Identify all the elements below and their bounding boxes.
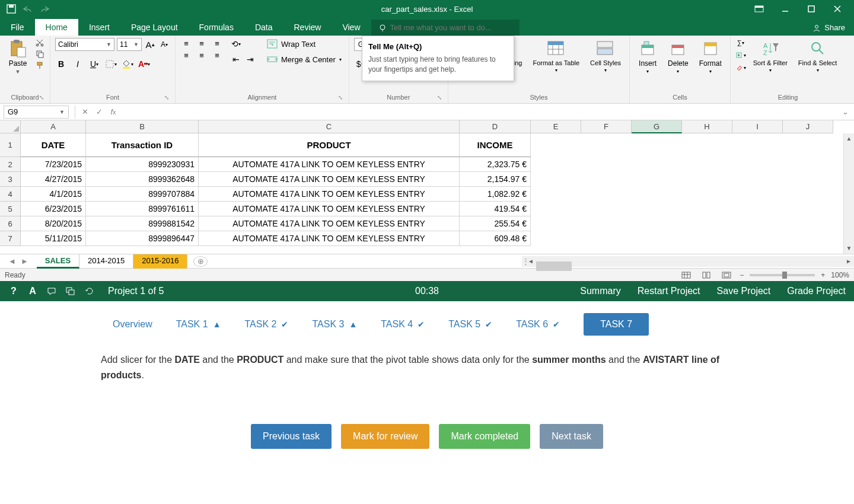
sheet-tab[interactable]: SALES bbox=[37, 254, 79, 269]
tab-data[interactable]: Data bbox=[244, 19, 283, 36]
border-icon[interactable]: ▾ bbox=[105, 58, 117, 70]
format-painter-icon[interactable] bbox=[34, 60, 45, 70]
page-break-view-icon[interactable] bbox=[719, 270, 734, 280]
cell[interactable] bbox=[581, 202, 632, 216]
cell[interactable]: 609.48 € bbox=[460, 231, 531, 246]
close-icon[interactable] bbox=[830, 3, 845, 15]
text-icon[interactable]: A bbox=[27, 286, 38, 296]
cell[interactable] bbox=[732, 202, 783, 216]
cell[interactable]: 4/1/2015 bbox=[21, 187, 86, 202]
italic-button[interactable]: I bbox=[72, 58, 84, 70]
font-size-select[interactable]: 11▼ bbox=[117, 38, 142, 51]
column-header[interactable]: H bbox=[682, 120, 732, 133]
cell[interactable]: AUTOMATE 417A LINK TO OEM KEYLESS ENTRY bbox=[199, 202, 460, 216]
sheet-nav-next-icon[interactable]: ► bbox=[21, 257, 28, 266]
align-middle-icon[interactable]: ≡ bbox=[196, 38, 208, 49]
cell[interactable] bbox=[581, 133, 632, 157]
maximize-icon[interactable] bbox=[804, 3, 819, 15]
cell[interactable]: 7/23/2015 bbox=[21, 157, 86, 172]
tab-home[interactable]: Home bbox=[35, 19, 78, 36]
decrease-indent-icon[interactable]: ⇤ bbox=[230, 53, 242, 65]
sheet-tab[interactable]: 2015-2016 bbox=[133, 254, 187, 269]
cell[interactable] bbox=[682, 231, 732, 246]
cell[interactable]: PRODUCT bbox=[199, 133, 460, 157]
column-header[interactable]: B bbox=[86, 120, 199, 133]
cell[interactable] bbox=[732, 133, 783, 157]
dialog-launcher-icon[interactable]: ⤡ bbox=[437, 94, 442, 101]
cell[interactable] bbox=[732, 172, 783, 187]
insert-cells-button[interactable]: Insert▾ bbox=[635, 38, 661, 75]
cell[interactable]: 8999881542 bbox=[86, 216, 199, 231]
zoom-in-button[interactable]: + bbox=[821, 271, 825, 279]
cell[interactable] bbox=[632, 172, 682, 187]
minimize-icon[interactable] bbox=[777, 3, 793, 15]
row-header[interactable]: 2 bbox=[0, 157, 21, 172]
horizontal-scrollbar[interactable]: ⋮ ◄ ► bbox=[522, 256, 854, 267]
cell[interactable]: 5/11/2015 bbox=[21, 231, 86, 246]
column-header[interactable]: F bbox=[581, 120, 632, 133]
cell[interactable]: AUTOMATE 417A LINK TO OEM KEYLESS ENTRY bbox=[199, 231, 460, 246]
row-header[interactable]: 4 bbox=[0, 187, 21, 202]
refresh-icon[interactable] bbox=[84, 286, 95, 296]
orientation-icon[interactable]: ⟲▾ bbox=[230, 38, 242, 50]
font-name-select[interactable]: Calibri▼ bbox=[55, 38, 114, 51]
cell[interactable] bbox=[783, 216, 833, 231]
column-header[interactable]: A bbox=[21, 120, 86, 133]
cell[interactable] bbox=[783, 157, 833, 172]
cell[interactable] bbox=[682, 172, 732, 187]
cell[interactable]: AUTOMATE 417A LINK TO OEM KEYLESS ENTRY bbox=[199, 157, 460, 172]
cell[interactable] bbox=[732, 216, 783, 231]
redo-icon[interactable] bbox=[39, 4, 50, 14]
zoom-slider[interactable] bbox=[750, 274, 815, 276]
cell[interactable]: 419.54 € bbox=[460, 202, 531, 216]
align-left-icon[interactable]: ≡ bbox=[180, 50, 192, 60]
comment-icon[interactable] bbox=[46, 286, 57, 296]
tell-me-input[interactable] bbox=[390, 23, 509, 32]
sort-filter-button[interactable]: AZSort & Filter ▾ bbox=[750, 38, 791, 74]
dialog-launcher-icon[interactable]: ⤡ bbox=[39, 94, 44, 101]
vertical-scrollbar[interactable]: ▲ ▼ bbox=[843, 133, 854, 254]
clear-icon[interactable]: ▾ bbox=[735, 63, 746, 72]
cell[interactable]: AUTOMATE 417A LINK TO OEM KEYLESS ENTRY bbox=[199, 172, 460, 187]
dialog-launcher-icon[interactable]: ⤡ bbox=[164, 94, 169, 101]
cell[interactable]: 8999230931 bbox=[86, 157, 199, 172]
cell[interactable] bbox=[682, 157, 732, 172]
font-color-icon[interactable]: A▾ bbox=[138, 58, 150, 70]
enter-formula-icon[interactable]: ✓ bbox=[92, 106, 106, 119]
cell-styles-button[interactable]: Cell Styles ▾ bbox=[587, 38, 624, 74]
paste-button[interactable]: Paste ▼ bbox=[5, 38, 31, 76]
select-all-corner[interactable] bbox=[0, 120, 21, 133]
decrease-font-icon[interactable]: A▾ bbox=[158, 39, 170, 50]
cell[interactable] bbox=[581, 187, 632, 202]
cell[interactable] bbox=[632, 133, 682, 157]
cell[interactable] bbox=[783, 172, 833, 187]
merge-center-button[interactable]: Merge & Center ▾ bbox=[265, 53, 344, 65]
tab-formulas[interactable]: Formulas bbox=[189, 19, 244, 36]
cell[interactable]: 255.54 € bbox=[460, 216, 531, 231]
cell[interactable]: DATE bbox=[21, 133, 86, 157]
tab-view[interactable]: View bbox=[332, 19, 371, 36]
align-top-icon[interactable]: ≡ bbox=[180, 38, 192, 49]
column-header[interactable]: J bbox=[783, 120, 833, 133]
zoom-level[interactable]: 100% bbox=[831, 271, 849, 279]
tell-me-box[interactable] bbox=[371, 20, 520, 36]
cell[interactable] bbox=[531, 172, 581, 187]
help-icon[interactable]: ? bbox=[8, 286, 19, 296]
cell[interactable]: 2,154.97 € bbox=[460, 172, 531, 187]
fx-icon[interactable]: fx bbox=[106, 106, 120, 119]
cell[interactable]: 6/23/2015 bbox=[21, 202, 86, 216]
tab-file[interactable]: File bbox=[0, 19, 35, 36]
windows-icon[interactable] bbox=[65, 286, 76, 296]
row-header[interactable]: 3 bbox=[0, 172, 21, 187]
task-tab[interactable]: TASK 6 ✔ bbox=[516, 319, 560, 330]
name-box[interactable]: G9▼ bbox=[4, 106, 69, 119]
align-center-icon[interactable]: ≡ bbox=[196, 50, 208, 60]
delete-cells-button[interactable]: Delete▾ bbox=[664, 38, 692, 75]
format-cells-button[interactable]: Format▾ bbox=[696, 38, 725, 75]
cell[interactable]: 4/27/2015 bbox=[21, 172, 86, 187]
autosum-icon[interactable]: ∑ ▾ bbox=[735, 38, 746, 47]
share-button[interactable]: Share bbox=[804, 20, 854, 36]
cell[interactable] bbox=[581, 216, 632, 231]
row-header[interactable]: 1 bbox=[0, 133, 21, 157]
tab-insert[interactable]: Insert bbox=[78, 19, 120, 36]
